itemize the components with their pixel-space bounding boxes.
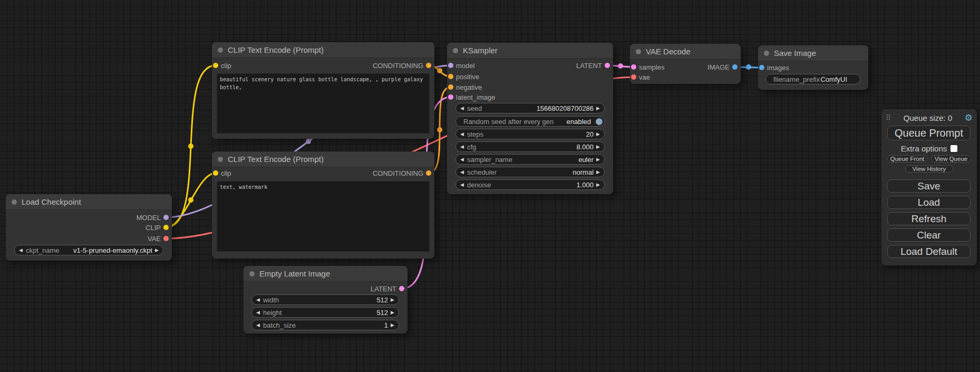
random-seed-widget[interactable]: Random seed after every gen enabled (455, 116, 605, 127)
node-title: Save Image (774, 49, 816, 58)
input-dot-positive[interactable] (448, 74, 453, 79)
width-widget[interactable]: ◀ width 512 ▶ (251, 294, 399, 305)
prompt-textarea[interactable]: text, watermark (217, 181, 430, 252)
input-dot-samples[interactable] (631, 64, 636, 70)
node-save-image[interactable]: Save Image images filename_prefix ComfyU… (758, 45, 868, 90)
increment-arrow-icon[interactable]: ▶ (391, 310, 394, 315)
node-title-bar[interactable]: VAE Decode (630, 44, 741, 60)
input-dot-vae[interactable] (631, 74, 636, 80)
collapse-dot-icon[interactable] (453, 48, 458, 53)
decrement-arrow-icon[interactable]: ◀ (460, 132, 464, 137)
sampler-name-widget[interactable]: ◀ sampler_name euler ▶ (455, 154, 605, 165)
node-clip-text-encode-positive[interactable]: CLIP Text Encode (Prompt) clip CONDITION… (212, 42, 434, 139)
increment-arrow-icon[interactable]: ▶ (596, 183, 600, 187)
decrement-arrow-icon[interactable]: ◀ (460, 170, 464, 175)
denoise-widget[interactable]: ◀ denoise 1.000 ▶ (455, 179, 605, 190)
increment-arrow-icon[interactable]: ▶ (596, 170, 600, 175)
node-title-bar[interactable]: Save Image (758, 45, 868, 61)
output-dot-conditioning[interactable] (426, 170, 431, 176)
decrement-arrow-icon[interactable]: ◀ (19, 248, 23, 253)
toggle-dot[interactable] (596, 118, 603, 125)
cfg-widget[interactable]: ◀ cfg 8.000 ▶ (455, 141, 605, 152)
node-clip-text-encode-negative[interactable]: CLIP Text Encode (Prompt) clip CONDITION… (212, 151, 434, 259)
increment-arrow-icon[interactable]: ▶ (155, 248, 159, 253)
input-dot-images[interactable] (759, 65, 764, 70)
increment-arrow-icon[interactable]: ▶ (391, 298, 394, 302)
node-vae-decode[interactable]: VAE Decode samples IMAGE vae (630, 44, 741, 84)
increment-arrow-icon[interactable]: ▶ (596, 132, 600, 137)
output-label: LATENT (371, 285, 396, 293)
collapse-dot-icon[interactable] (218, 47, 223, 53)
collapse-dot-icon[interactable] (764, 51, 769, 56)
settings-gear-icon[interactable]: ⚙ (965, 113, 973, 122)
collapse-dot-icon[interactable] (636, 49, 641, 54)
collapse-dot-icon[interactable] (12, 199, 17, 205)
view-queue-button[interactable]: View Queue (931, 155, 971, 163)
node-title-bar[interactable]: CLIP Text Encode (Prompt) (212, 42, 434, 58)
output-dot-latent[interactable] (399, 286, 404, 291)
increment-arrow-icon[interactable]: ▶ (391, 323, 394, 328)
node-title-bar[interactable]: Empty Latent Image (244, 266, 407, 282)
node-empty-latent-image[interactable]: Empty Latent Image LATENT ◀ width 512 ▶ … (244, 266, 407, 333)
drag-handle-icon[interactable]: ⠿ (886, 113, 891, 122)
extra-options-row: Extra options (881, 144, 977, 152)
prompt-textarea[interactable]: beautiful scenery nature glass bottle la… (217, 73, 430, 133)
output-dot-vae[interactable] (163, 236, 169, 241)
output-dot-clip[interactable] (163, 225, 169, 230)
node-title-bar[interactable]: CLIP Text Encode (Prompt) (212, 151, 434, 167)
node-title: CLIP Text Encode (Prompt) (228, 45, 324, 54)
decrement-arrow-icon[interactable]: ◀ (460, 106, 464, 111)
batch-size-widget[interactable]: ◀ batch_size 1 ▶ (251, 320, 399, 330)
node-load-checkpoint[interactable]: Load Checkpoint MODEL CLIP VAE ◀ ckpt_na… (6, 194, 172, 261)
graph-canvas[interactable]: Load Checkpoint MODEL CLIP VAE ◀ ckpt_na… (0, 0, 980, 372)
input-label: positive (456, 73, 479, 81)
clear-button[interactable]: Clear (887, 228, 971, 242)
decrement-arrow-icon[interactable]: ◀ (256, 323, 260, 328)
collapse-dot-icon[interactable] (218, 157, 223, 162)
height-widget[interactable]: ◀ height 512 ▶ (251, 307, 399, 318)
increment-arrow-icon[interactable]: ▶ (596, 145, 600, 149)
save-button[interactable]: Save (887, 179, 971, 193)
link-dot-clip-negative (188, 197, 193, 203)
widget-label: denoise (467, 181, 491, 189)
steps-widget[interactable]: ◀ steps 20 ▶ (455, 129, 605, 139)
input-dot-negative[interactable] (448, 84, 453, 90)
load-default-button[interactable]: Load Default (887, 245, 971, 258)
collapse-dot-icon[interactable] (249, 271, 255, 276)
scheduler-widget[interactable]: ◀ scheduler normal ▶ (455, 167, 605, 177)
node-title-bar[interactable]: KSampler (447, 43, 613, 59)
history-row: View History (905, 165, 953, 173)
ckpt-name-widget[interactable]: ◀ ckpt_name v1-5-pruned-emaonly.ckpt ▶ (14, 245, 163, 255)
filename-prefix-widget[interactable]: filename_prefix ComfyUI (765, 74, 860, 84)
node-title-bar[interactable]: Load Checkpoint (6, 194, 172, 210)
load-button[interactable]: Load (887, 196, 971, 209)
output-label: LATENT (576, 62, 602, 70)
output-dot-model[interactable] (163, 215, 169, 220)
input-dot-clip[interactable] (213, 63, 218, 68)
view-history-button[interactable]: View History (905, 165, 953, 173)
node-title: KSampler (463, 46, 498, 55)
queue-front-button[interactable]: Queue Front (887, 155, 927, 163)
input-dot-clip[interactable] (213, 170, 218, 176)
increment-arrow-icon[interactable]: ▶ (596, 106, 600, 111)
increment-arrow-icon[interactable]: ▶ (596, 157, 600, 162)
output-dot-latent[interactable] (605, 63, 610, 68)
input-dot-latent-image[interactable] (448, 94, 453, 100)
slot-row-negative: negative (447, 83, 613, 91)
output-slot-model: MODEL (6, 213, 172, 222)
decrement-arrow-icon[interactable]: ◀ (256, 298, 260, 302)
node-ksampler[interactable]: KSampler model LATENT positive negative … (447, 43, 613, 194)
queue-prompt-button[interactable]: Queue Prompt (887, 126, 971, 140)
extra-options-checkbox[interactable] (950, 145, 957, 152)
decrement-arrow-icon[interactable]: ◀ (256, 310, 260, 315)
refresh-button[interactable]: Refresh (887, 212, 971, 225)
decrement-arrow-icon[interactable]: ◀ (460, 183, 464, 187)
input-dot-model[interactable] (448, 63, 453, 68)
output-dot-image[interactable] (732, 64, 738, 70)
decrement-arrow-icon[interactable]: ◀ (460, 157, 464, 162)
widget-label: seed (467, 104, 482, 112)
seed-widget[interactable]: ◀ seed 156680208700286 ▶ (455, 103, 605, 113)
output-dot-conditioning[interactable] (426, 63, 431, 68)
widget-label: sampler_name (467, 156, 512, 164)
decrement-arrow-icon[interactable]: ◀ (460, 145, 464, 149)
